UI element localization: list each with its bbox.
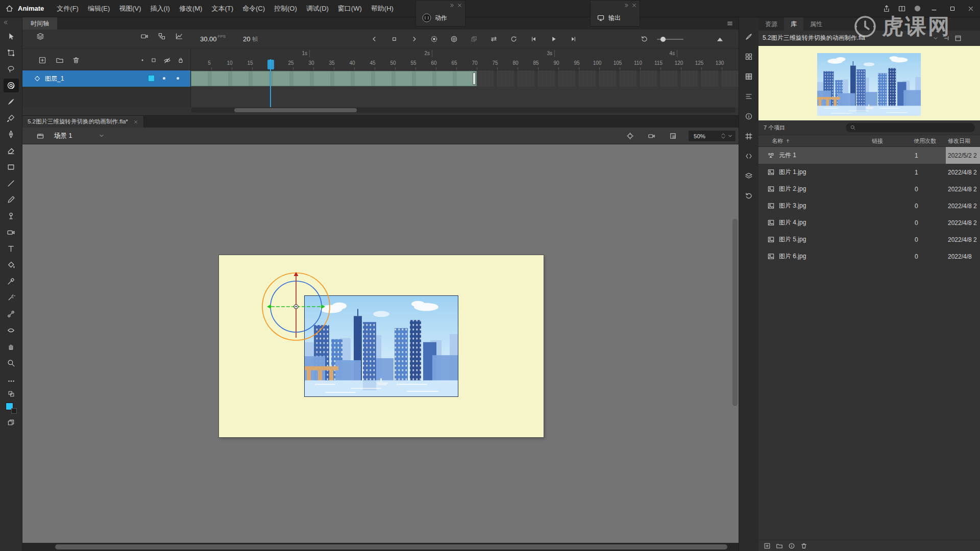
menu-item[interactable]: 编辑(E) <box>83 0 114 17</box>
layer-depth-button[interactable] <box>173 30 186 43</box>
color-panel-icon[interactable] <box>743 31 755 43</box>
menu-item[interactable]: 文本(T) <box>207 0 238 17</box>
layer-stack-icon[interactable] <box>34 30 47 43</box>
stroke-color-swatch[interactable] <box>11 408 17 414</box>
canvas-hscrollbar[interactable] <box>22 543 739 551</box>
go-to-first-frame-button[interactable] <box>527 33 540 46</box>
paint-bucket-tool[interactable] <box>4 258 19 272</box>
tween-span[interactable] <box>191 71 477 86</box>
tween-span-end[interactable] <box>473 72 476 85</box>
new-folder-button[interactable] <box>775 541 784 550</box>
library-doc-chevron-icon[interactable] <box>930 33 941 44</box>
pin-library-icon[interactable] <box>941 33 952 44</box>
close-panel-icon[interactable] <box>631 3 637 8</box>
asset-warp-tool[interactable] <box>4 209 19 223</box>
magic-wand-tool[interactable] <box>4 291 19 305</box>
new-symbol-button[interactable] <box>763 541 772 550</box>
frames-area[interactable]: 1s2s3s4s51015202530354045505560657075808… <box>191 49 739 107</box>
frame-track[interactable] <box>191 70 739 87</box>
library-item-row[interactable]: 元件 112022/5/2 2 <box>758 147 980 164</box>
pen-tool[interactable] <box>4 128 19 141</box>
align-panel-icon[interactable] <box>743 90 755 103</box>
stage[interactable] <box>219 255 544 437</box>
layer-row[interactable]: 图层_1 <box>22 70 190 87</box>
zoom-tool[interactable] <box>4 356 19 370</box>
components-panel-icon[interactable] <box>743 70 755 83</box>
output-panel-tab[interactable]: 输出 <box>591 10 640 26</box>
hand-tool[interactable] <box>4 340 19 354</box>
menu-item[interactable]: 修改(M) <box>175 0 207 17</box>
sync-status-icon[interactable] <box>910 0 925 17</box>
library-item-row[interactable]: 图片 4.jpg02022/4/8 2 <box>758 214 980 231</box>
canvas-area[interactable] <box>22 144 739 551</box>
step-forward-button[interactable] <box>407 33 421 46</box>
column-header-name[interactable]: 名称 <box>758 137 872 145</box>
tab-timeline[interactable]: 时间轴 <box>22 17 57 30</box>
loop-range-button[interactable] <box>487 33 500 46</box>
library-item-row[interactable]: 图片 1.jpg12022/4/8 2 <box>758 164 980 181</box>
zoom-value[interactable]: 50% <box>689 133 721 139</box>
stage-bitmap[interactable] <box>304 295 458 397</box>
pencil-tool[interactable] <box>4 193 19 207</box>
panel-menu-icon[interactable] <box>726 20 733 27</box>
reset-timeline-zoom-button[interactable] <box>638 33 651 46</box>
library-tab[interactable]: 资源 <box>758 17 784 31</box>
expand-panel-icon[interactable] <box>449 3 455 8</box>
eyedropper-tool[interactable] <box>4 274 19 288</box>
menu-item[interactable]: 控制(O) <box>270 0 302 17</box>
layers-panel-icon[interactable] <box>743 170 755 182</box>
step-back-button[interactable] <box>368 33 381 46</box>
history-panel-icon[interactable] <box>743 190 755 202</box>
layer-visibility-dot[interactable] <box>163 77 165 80</box>
current-frame-value[interactable]: 20 <box>243 35 250 43</box>
more-tools-icon[interactable] <box>7 377 15 385</box>
column-header-linkage[interactable]: 链接 <box>872 137 910 145</box>
zoom-spinner[interactable] <box>721 133 727 139</box>
lasso-tool[interactable] <box>4 62 19 76</box>
zoom-chevron-icon[interactable] <box>727 133 736 139</box>
library-item-row[interactable]: 图片 3.jpg02022/4/8 2 <box>758 197 980 214</box>
column-header-modified[interactable]: 修改日期 <box>946 137 980 145</box>
width-tool[interactable] <box>4 323 19 337</box>
scene-breadcrumb[interactable]: 场景 1 <box>54 128 72 144</box>
info-panel-icon[interactable] <box>743 110 755 122</box>
actions-panel-tab[interactable]: 动作 <box>416 10 465 26</box>
resize-timeline-view-button[interactable] <box>713 33 726 46</box>
share-icon[interactable] <box>879 0 894 17</box>
rectangle-tool[interactable] <box>4 160 19 174</box>
transform-panel-icon[interactable] <box>743 130 755 142</box>
layer-name[interactable]: 图层_1 <box>45 74 64 83</box>
library-tab[interactable]: 库 <box>784 17 803 31</box>
menu-item[interactable]: 文件(F) <box>52 0 83 17</box>
library-item-row[interactable]: 图片 6.jpg02022/4/8 <box>758 248 980 265</box>
canvas-vscroll-thumb[interactable] <box>732 219 738 406</box>
layer-lock-dot[interactable] <box>177 77 179 80</box>
camera-view-button[interactable] <box>645 129 658 142</box>
free-transform-tool[interactable] <box>4 46 19 60</box>
center-stage-button[interactable] <box>623 129 636 142</box>
scene-chevron-icon[interactable] <box>95 128 108 144</box>
code-snippets-panel-icon[interactable] <box>743 150 755 162</box>
library-document-name[interactable]: 5.2图片三维旋转并切换的动画制作.fla <box>763 34 930 42</box>
edit-multiple-frames-button[interactable] <box>467 33 480 46</box>
fps-value[interactable]: 30.00 <box>200 35 217 43</box>
timeline-hscrollbar[interactable] <box>191 108 736 113</box>
classic-brush-tool[interactable] <box>4 111 19 125</box>
outline-toggle-icon[interactable] <box>147 54 160 67</box>
lock-toggle-icon[interactable] <box>174 54 187 67</box>
output-panel-collapsed[interactable]: 输出 <box>590 0 640 27</box>
canvas-hscroll-thumb[interactable] <box>55 544 727 549</box>
onion-skin-outline-button[interactable] <box>447 33 460 46</box>
color-swatches[interactable] <box>6 403 17 414</box>
home-icon[interactable] <box>5 4 14 13</box>
close-panel-icon[interactable] <box>457 3 462 8</box>
fps-display[interactable]: 30.00FPS <box>200 30 226 48</box>
library-item-row[interactable]: 图片 2.jpg02022/4/8 2 <box>758 181 980 197</box>
library-tab[interactable]: 属性 <box>803 17 829 31</box>
library-item-row[interactable]: 图片 5.jpg02022/4/8 2 <box>758 231 980 248</box>
restore-button[interactable] <box>943 0 962 17</box>
delete-item-button[interactable] <box>799 541 808 550</box>
document-tab[interactable]: 5.2图片三维旋转并切换的动画制作.fla* <box>22 116 144 128</box>
menu-item[interactable]: 窗口(W) <box>333 0 366 17</box>
camera-tool[interactable] <box>4 226 19 239</box>
